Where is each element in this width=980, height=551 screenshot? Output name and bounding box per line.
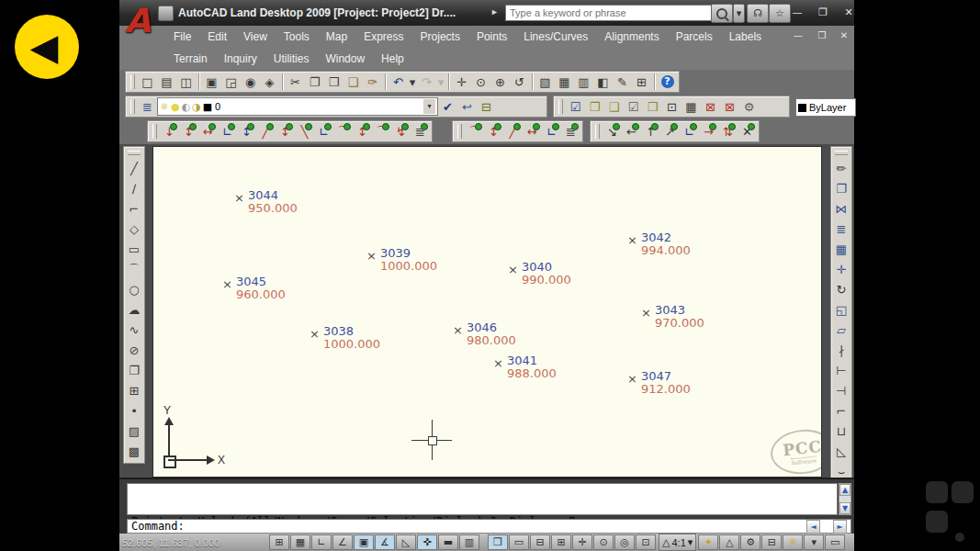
create-point-northing-easting-icon[interactable]: ∟ — [218, 122, 237, 141]
layer-off-icon[interactable]: ❑ — [604, 97, 624, 116]
zoom-realtime-icon[interactable]: ⊙ — [471, 73, 490, 91]
scroll-left-icon[interactable]: ◄ — [806, 520, 820, 534]
layer-unisolate-icon[interactable]: ❒ — [643, 97, 662, 116]
delete-point-icon[interactable]: ✕ — [738, 122, 757, 141]
color-dropdown[interactable]: ByLayer — [795, 98, 856, 117]
create-point-manual-icon[interactable]: ↓ — [160, 122, 179, 141]
create-point-on-curve-icon[interactable]: ⌒ — [333, 122, 353, 141]
document-close-button[interactable]: ✕ — [834, 28, 854, 43]
publish-icon[interactable]: ◉ — [241, 73, 260, 91]
ortho-toggle[interactable]: ∟ — [311, 534, 332, 550]
autocad-logo-icon[interactable]: A — [121, 1, 154, 41]
toolbar-grip[interactable] — [595, 124, 600, 139]
layer-on-icon[interactable]: ☑ — [566, 97, 585, 116]
annotation-visibility-toggle[interactable]: ✦ — [698, 534, 718, 550]
zoom-previous-icon[interactable]: ↺ — [510, 73, 529, 91]
window-menu-icon[interactable] — [158, 6, 174, 21]
line-icon[interactable]: ╱ — [125, 158, 143, 178]
menu-labels[interactable]: Labels — [721, 28, 770, 46]
point-icon[interactable]: • — [125, 400, 143, 421]
save-icon[interactable]: ◫ — [176, 73, 196, 91]
quick-properties-toggle[interactable]: ▥ — [459, 534, 479, 550]
toolbar-grip[interactable] — [130, 74, 135, 89]
chevron-down-icon[interactable]: ▾ — [423, 99, 435, 114]
copy-clip-icon[interactable]: ❐ — [305, 73, 324, 91]
layer-color-swatch-icon[interactable]: ■ — [203, 102, 212, 112]
tray-bulb-toggle[interactable]: ☼ — [783, 534, 803, 550]
undo-list-icon[interactable]: ▾ — [408, 73, 417, 91]
copy-to-current-layer-icon[interactable]: ⊠ — [701, 97, 720, 116]
status-pan-toggle[interactable]: ✛ — [572, 534, 592, 550]
ellipse-icon[interactable]: ⊘ — [125, 340, 143, 360]
create-point-measure-icon[interactable]: ╲ — [295, 122, 314, 141]
hatch-icon[interactable]: ▨ — [125, 421, 143, 441]
cut-icon[interactable]: ✂ — [286, 73, 305, 91]
layer-dropdown[interactable]: ☼●◐◑■ 0 ▾ — [157, 97, 438, 116]
workspace-switching-toggle[interactable]: ⚙ — [740, 534, 760, 550]
rotate-icon[interactable]: ↻ — [832, 279, 850, 299]
menu-express[interactable]: Express — [355, 28, 411, 46]
mirror-icon[interactable]: ⋈ — [832, 198, 850, 219]
create-point-turned-angle-icon[interactable]: ↯ — [391, 122, 411, 141]
status-zoom-toggle[interactable]: ⊙ — [593, 534, 614, 550]
ducs-toggle[interactable]: ◺ — [396, 534, 416, 550]
trim-icon[interactable]: ∤ — [832, 340, 850, 360]
tray-arrow-toggle[interactable]: ▾ — [804, 534, 824, 550]
title-expand-icon[interactable]: ► — [490, 7, 499, 17]
datum-point-icon[interactable]: ⇅ — [718, 122, 738, 141]
menu-window[interactable]: Window — [317, 50, 373, 68]
layer-walk-icon[interactable]: ▦ — [681, 97, 701, 116]
otrack-toggle[interactable]: ∡ — [375, 534, 395, 550]
chamfer-icon[interactable]: ◺ — [832, 441, 850, 461]
menu-points[interactable]: Points — [468, 28, 515, 46]
make-objects-layer-current-icon[interactable]: ✔ — [438, 97, 457, 116]
redo-list-icon[interactable]: ▾ — [436, 73, 445, 91]
menu-utilities[interactable]: Utilities — [265, 50, 318, 68]
grid-toggle[interactable]: ▦ — [290, 534, 310, 550]
point-utilities-icon[interactable]: ▥ — [574, 73, 593, 91]
create-point-interpolate-icon[interactable]: ↕ — [353, 122, 372, 141]
gradient-icon[interactable]: ▩ — [125, 441, 143, 461]
restore-button[interactable]: ❐ — [811, 6, 835, 20]
toolbar-grip[interactable] — [457, 124, 462, 139]
auto-annotate-toggle[interactable]: △ — [719, 534, 739, 550]
paste-as-block-icon[interactable]: ❑ — [344, 73, 363, 91]
command-history[interactable]: Points to Unlock (All/Numbers/Group/Sele… — [127, 483, 838, 515]
edit-point-icon[interactable]: ∟ — [680, 122, 699, 141]
markup-icon[interactable]: ✎ — [613, 73, 632, 91]
move-icon[interactable]: ✛ — [832, 259, 850, 279]
break-icon[interactable]: ⌐ — [832, 400, 850, 421]
qnew-icon[interactable]: □ — [138, 73, 157, 91]
move-to-current-layer-icon[interactable]: ⊠ — [720, 97, 739, 116]
toolbar-grip[interactable] — [130, 99, 135, 114]
osnap-toggle[interactable]: ▣ — [354, 534, 374, 550]
circle-icon[interactable]: ○ — [125, 279, 143, 299]
sheet-set-manager-icon[interactable]: ◧ — [593, 73, 613, 91]
toolbar-grip[interactable] — [152, 124, 157, 139]
help-icon[interactable]: ? — [658, 73, 677, 91]
match-properties-icon[interactable]: ✑ — [363, 73, 382, 91]
scale-icon[interactable]: ◱ — [832, 299, 850, 320]
rotate-point-icon[interactable]: ↑ — [641, 122, 660, 141]
status-tray-toggle[interactable]: ⊟ — [761, 534, 782, 550]
join-icon[interactable]: ⊔ — [832, 421, 850, 441]
snap-toggle[interactable]: ⊞ — [269, 534, 289, 550]
create-point-divide-icon[interactable]: ↕ — [276, 122, 295, 141]
steering-wheel-toggle[interactable]: ◎ — [614, 534, 635, 550]
revision-cloud-icon[interactable]: ☁ — [125, 299, 143, 320]
menu-projects[interactable]: Projects — [412, 28, 468, 46]
search-button[interactable] — [711, 4, 733, 23]
menu-parcels[interactable]: Parcels — [668, 28, 721, 46]
point-list-icon[interactable]: ≣ — [561, 122, 580, 141]
drawing-canvas[interactable]: ×3044950.000×3045960.000×30391000.000×30… — [152, 146, 822, 478]
scroll-up-icon[interactable]: ▲ — [839, 484, 850, 496]
polygon-icon[interactable]: ◇ — [125, 219, 143, 239]
array-icon[interactable]: ▦ — [832, 239, 850, 259]
layer-freeze-sun-icon[interactable]: ● — [171, 102, 180, 112]
erase-icon[interactable]: ✏ — [832, 158, 850, 178]
layer-freeze-icon[interactable]: ❐ — [585, 97, 604, 116]
toolbar-grip[interactable] — [128, 151, 141, 155]
make-block-icon[interactable]: ⊞ — [125, 380, 143, 400]
layer-properties-manager-icon[interactable]: ≣ — [138, 97, 157, 116]
menu-inquiry[interactable]: Inquiry — [216, 50, 265, 68]
